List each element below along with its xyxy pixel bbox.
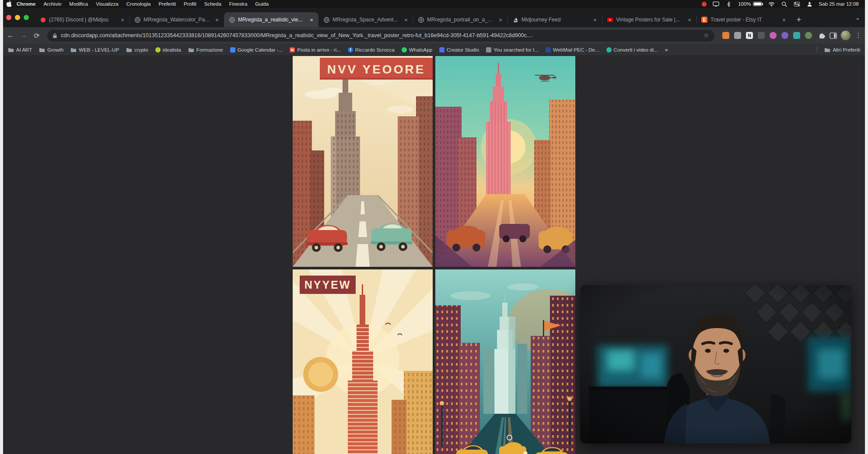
bookmark-growth[interactable]: Growth [35,47,67,52]
tab-close-icon[interactable]: × [592,16,598,23]
violet-extension-icon[interactable] [781,32,788,39]
apple-menu-icon[interactable] [6,0,13,8]
globe-favicon [417,16,424,23]
menubar-menu-finestra[interactable]: Finestra [225,1,252,7]
new-tab-button[interactable]: + [793,14,805,26]
menubar-screen-mirroring-icon[interactable] [710,1,722,7]
menubar-battery-icon[interactable]: 100% [735,1,765,7]
profile-avatar[interactable] [841,31,850,40]
poster-3-title: NYYEW [304,279,351,291]
other-bookmarks-button[interactable]: Altri Preferiti [821,47,864,52]
other-bookmarks-label: Altri Preferiti [833,47,860,52]
menubar-bluetooth-icon[interactable] [722,1,735,7]
bookmark-you-searched-for-i[interactable]: You searched for I... [483,47,542,52]
tab-close-icon[interactable]: × [780,16,788,23]
bookmark-webmail-pec-de[interactable]: WebMail PEC - De... [542,47,603,52]
menubar-menu-modifica[interactable]: Modifica [65,1,92,7]
window-zoom-button[interactable] [24,15,29,20]
tab-close-icon[interactable]: × [402,16,410,23]
lock-icon [52,33,57,38]
traffic-lights [4,15,35,20]
tab-midjourney-feed[interactable]: Midjourney Feed× [508,12,602,27]
menubar-menu-preferiti[interactable]: Preferiti [154,1,180,7]
tab-mrregista-a-realistic-vie[interactable]: MRregista_a_realistic_vie...× [224,12,318,27]
tabs-container: (2765) Discord | @Midjou×MRregista_Water… [35,12,791,27]
menubar-menus: ChromeArchivioModificaVisualizzaCronolog… [13,1,273,7]
globe-favicon [228,16,235,23]
poster-top-left[interactable]: NVV YEOORE [293,56,433,267]
webcam-video [580,285,851,444]
bookmark-google-calendar[interactable]: Google Calendar -... [227,47,287,52]
poster-bottom-left[interactable]: NYYEW [293,269,433,454]
photo-extension-icon[interactable] [805,32,812,39]
tab-close-icon[interactable]: × [497,16,504,23]
tab-close-icon[interactable]: × [308,16,315,23]
menubar-menu-visualizza[interactable]: Visualizza [92,1,122,7]
menubar-menu-chrome[interactable]: Chrome [13,1,39,7]
extensions-puzzle-icon[interactable] [816,30,827,41]
tab-mrregista-space-advent[interactable]: MRregista_Space_Advent...× [318,12,413,27]
mouse-cursor [507,435,512,440]
bookmarks-divider [817,46,817,53]
tab-2765-discord-midjou[interactable]: (2765) Discord | @Midjou× [35,12,130,27]
macos-menubar: ChromeArchivioModificaVisualizzaCronolog… [0,0,868,8]
menubar-clock[interactable]: Sab 25 mar 12:08 [816,1,862,7]
tab-vintage-posters-for-sale[interactable]: Vintage Posters for Sale |...× [602,12,696,27]
bookmark-formazione[interactable]: Formazione [185,47,227,52]
url-text[interactable]: cdn.discordapp.com/attachments/101351233… [61,32,700,38]
notion-extension-icon[interactable]: N [746,32,753,39]
tab-close-icon[interactable]: × [214,16,220,23]
menubar-menu-archivio[interactable]: Archivio [39,1,65,7]
midjourney-favicon [512,16,519,23]
poster-top-right[interactable] [435,56,575,267]
menubar-menu-scheda[interactable]: Scheda [200,1,225,7]
bookmark-ai-art[interactable]: AI ART [4,47,35,52]
poster-bottom-right[interactable] [435,269,575,454]
teal-extension-icon[interactable] [793,32,800,39]
tab-close-icon[interactable]: × [686,16,693,23]
browser-menu-icon[interactable]: ⋮ [853,29,864,42]
menubar-control-center-icon[interactable] [791,1,803,7]
tab-close-icon[interactable]: × [119,16,126,23]
gray-extension-icon[interactable] [734,32,741,39]
bookmark-posta-in-arrivo-ri[interactable]: MPosta in arrivo - ri... [286,47,344,52]
menubar-spotlight-search-icon[interactable] [778,1,791,7]
menubar-user-icon[interactable] [803,1,816,7]
bookmark-crypto[interactable]: crypto [122,47,151,52]
window-minimize-button[interactable] [15,15,20,20]
window-close-button[interactable] [6,15,11,20]
midjourney-image-grid[interactable]: NVV YEOORE [293,56,575,454]
menubar-recording-indicator-icon[interactable] [699,2,710,7]
bookmark-riccardo-scrocca[interactable]: fRiccardo Scrocca [344,47,398,52]
tab-search-chevron-icon[interactable]: ⌄ [851,14,864,21]
tab-travel-poster-etsy-it[interactable]: ETravel poster - Etsy IT× [696,12,791,27]
bookmark-converti-i-video-di[interactable]: Converti i video di... [603,47,662,52]
back-button[interactable]: ← [4,29,17,42]
bookmarks-overflow-chevron[interactable]: » [662,46,672,53]
bookmarks-items: AI ARTGrowthWEB - LEVEL-UPcryptoidealist… [4,47,662,52]
address-bar[interactable]: cdn.discordapp.com/attachments/101351233… [47,30,714,42]
reload-button[interactable]: ⟳ [31,29,43,42]
bookmark-star-icon[interactable]: ☆ [704,31,709,39]
forward-button[interactable]: → [18,29,30,42]
bookmark-web-level-up[interactable]: WEB - LEVEL-UP [67,47,122,52]
extensions-tray: N [719,32,816,39]
dark-extension-icon[interactable] [758,32,765,39]
menubar-menu-profili[interactable]: Profili [180,1,200,7]
globe-favicon [323,16,330,23]
menubar-menu-cronologia[interactable]: Cronologia [122,1,155,7]
menubar-wifi-icon[interactable] [765,1,778,7]
pink-extension-icon[interactable] [770,32,777,39]
bookmark-creator-studio[interactable]: Creator Studio [436,47,483,52]
poster-1-title: NVV YEOORE [327,63,426,76]
right-edge-strip [865,0,868,454]
page-content: NVV YEOORE [0,56,868,454]
orange-extension-icon[interactable] [722,32,729,39]
tab-mrregista-portrait-on-a[interactable]: MRregista_portrait_on_a_...× [413,12,508,27]
menubar-menu-guida[interactable]: Guida [251,1,273,7]
etsy-favicon: E [701,16,708,23]
bookmark-idealista[interactable]: idealista [152,47,185,52]
side-panel-icon[interactable] [828,30,838,41]
tab-mrregista-watercolor-pa[interactable]: MRregista_Watercolor_Pa...× [130,12,224,27]
bookmark-whatsapp[interactable]: WhatsApp [398,47,436,52]
